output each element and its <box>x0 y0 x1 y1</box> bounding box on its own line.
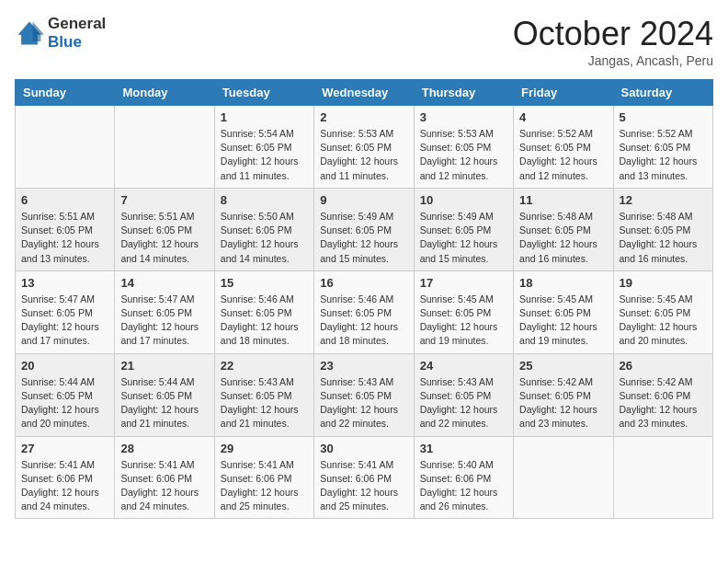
day-detail: Sunrise: 5:50 AM Sunset: 6:05 PM Dayligh… <box>221 210 308 266</box>
day-number: 15 <box>221 276 308 290</box>
logo-icon <box>15 18 44 48</box>
calendar-cell: 23Sunrise: 5:43 AM Sunset: 6:05 PM Dayli… <box>314 353 414 436</box>
day-number: 24 <box>420 359 507 373</box>
day-number: 7 <box>120 193 208 207</box>
logo-general-text: General <box>48 15 106 32</box>
calendar-cell: 28Sunrise: 5:41 AM Sunset: 6:06 PM Dayli… <box>115 436 214 519</box>
calendar-cell: 31Sunrise: 5:40 AM Sunset: 6:06 PM Dayli… <box>414 436 513 519</box>
day-detail: Sunrise: 5:46 AM Sunset: 6:05 PM Dayligh… <box>221 293 308 349</box>
calendar-cell <box>613 436 712 519</box>
day-detail: Sunrise: 5:41 AM Sunset: 6:06 PM Dayligh… <box>320 458 407 514</box>
day-detail: Sunrise: 5:47 AM Sunset: 6:05 PM Dayligh… <box>21 293 108 349</box>
day-detail: Sunrise: 5:45 AM Sunset: 6:05 PM Dayligh… <box>420 293 507 349</box>
day-detail: Sunrise: 5:44 AM Sunset: 6:05 PM Dayligh… <box>21 375 108 431</box>
calendar-cell: 29Sunrise: 5:41 AM Sunset: 6:06 PM Dayli… <box>214 436 313 519</box>
day-number: 28 <box>120 442 208 455</box>
calendar-cell: 15Sunrise: 5:46 AM Sunset: 6:05 PM Dayli… <box>214 270 313 353</box>
day-detail: Sunrise: 5:41 AM Sunset: 6:06 PM Dayligh… <box>221 458 308 514</box>
day-detail: Sunrise: 5:43 AM Sunset: 6:05 PM Dayligh… <box>420 375 507 431</box>
day-number: 10 <box>420 193 507 207</box>
calendar-cell: 21Sunrise: 5:44 AM Sunset: 6:05 PM Dayli… <box>115 353 214 436</box>
weekday-header-tuesday: Tuesday <box>214 80 313 106</box>
day-number: 19 <box>620 276 707 290</box>
day-number: 18 <box>519 276 607 290</box>
calendar-cell <box>16 106 115 189</box>
logo-blue-text: Blue <box>48 33 82 51</box>
day-number: 31 <box>420 442 507 455</box>
day-number: 22 <box>221 359 308 373</box>
day-number: 5 <box>620 110 707 124</box>
calendar-cell: 5Sunrise: 5:52 AM Sunset: 6:05 PM Daylig… <box>613 106 712 189</box>
calendar-cell: 30Sunrise: 5:41 AM Sunset: 6:06 PM Dayli… <box>314 436 414 519</box>
day-detail: Sunrise: 5:54 AM Sunset: 6:05 PM Dayligh… <box>221 127 308 183</box>
day-detail: Sunrise: 5:49 AM Sunset: 6:05 PM Dayligh… <box>420 210 507 266</box>
day-detail: Sunrise: 5:46 AM Sunset: 6:05 PM Dayligh… <box>320 293 407 349</box>
day-number: 29 <box>221 442 308 455</box>
weekday-header-saturday: Saturday <box>613 80 712 106</box>
day-detail: Sunrise: 5:48 AM Sunset: 6:05 PM Dayligh… <box>519 210 607 266</box>
day-detail: Sunrise: 5:53 AM Sunset: 6:05 PM Dayligh… <box>420 127 507 183</box>
day-number: 13 <box>21 276 108 290</box>
day-number: 9 <box>320 193 407 207</box>
week-row-3: 13Sunrise: 5:47 AM Sunset: 6:05 PM Dayli… <box>16 270 713 353</box>
day-number: 2 <box>320 110 407 124</box>
day-number: 26 <box>620 359 707 373</box>
calendar-cell: 6Sunrise: 5:51 AM Sunset: 6:05 PM Daylig… <box>16 188 115 270</box>
day-number: 23 <box>320 359 407 373</box>
calendar-cell: 9Sunrise: 5:49 AM Sunset: 6:05 PM Daylig… <box>314 188 414 270</box>
week-row-1: 1Sunrise: 5:54 AM Sunset: 6:05 PM Daylig… <box>16 106 713 189</box>
day-number: 25 <box>519 359 607 373</box>
calendar-cell: 1Sunrise: 5:54 AM Sunset: 6:05 PM Daylig… <box>214 106 313 189</box>
calendar-cell: 17Sunrise: 5:45 AM Sunset: 6:05 PM Dayli… <box>414 270 513 353</box>
calendar-cell: 14Sunrise: 5:47 AM Sunset: 6:05 PM Dayli… <box>115 270 214 353</box>
calendar-cell: 16Sunrise: 5:46 AM Sunset: 6:05 PM Dayli… <box>314 270 414 353</box>
day-number: 14 <box>120 276 208 290</box>
day-number: 6 <box>21 193 108 207</box>
day-detail: Sunrise: 5:43 AM Sunset: 6:05 PM Dayligh… <box>221 375 308 431</box>
day-detail: Sunrise: 5:52 AM Sunset: 6:05 PM Dayligh… <box>620 127 707 183</box>
day-number: 20 <box>21 359 108 373</box>
day-number: 4 <box>519 110 607 124</box>
logo-text: General Blue <box>48 15 106 51</box>
calendar-cell: 13Sunrise: 5:47 AM Sunset: 6:05 PM Dayli… <box>16 270 115 353</box>
calendar-cell: 19Sunrise: 5:45 AM Sunset: 6:05 PM Dayli… <box>613 270 712 353</box>
page-header: General Blue October 2024 Jangas, Ancash… <box>15 15 713 68</box>
weekday-header-row: SundayMondayTuesdayWednesdayThursdayFrid… <box>16 80 713 106</box>
calendar-cell <box>115 106 214 189</box>
calendar-cell: 3Sunrise: 5:53 AM Sunset: 6:05 PM Daylig… <box>414 106 513 189</box>
day-number: 1 <box>221 110 308 124</box>
day-detail: Sunrise: 5:42 AM Sunset: 6:05 PM Dayligh… <box>519 375 607 431</box>
day-detail: Sunrise: 5:41 AM Sunset: 6:06 PM Dayligh… <box>21 458 108 514</box>
day-detail: Sunrise: 5:51 AM Sunset: 6:05 PM Dayligh… <box>21 210 108 266</box>
week-row-4: 20Sunrise: 5:44 AM Sunset: 6:05 PM Dayli… <box>16 353 713 436</box>
calendar-cell: 2Sunrise: 5:53 AM Sunset: 6:05 PM Daylig… <box>314 106 414 189</box>
weekday-header-monday: Monday <box>115 80 214 106</box>
calendar-cell: 24Sunrise: 5:43 AM Sunset: 6:05 PM Dayli… <box>414 353 513 436</box>
title-block: October 2024 Jangas, Ancash, Peru <box>513 15 713 68</box>
day-number: 30 <box>320 442 407 455</box>
weekday-header-sunday: Sunday <box>16 80 115 106</box>
calendar-cell: 27Sunrise: 5:41 AM Sunset: 6:06 PM Dayli… <box>16 436 115 519</box>
weekday-header-friday: Friday <box>514 80 613 106</box>
calendar-cell: 4Sunrise: 5:52 AM Sunset: 6:05 PM Daylig… <box>514 106 613 189</box>
calendar-cell: 12Sunrise: 5:48 AM Sunset: 6:05 PM Dayli… <box>613 188 712 270</box>
location: Jangas, Ancash, Peru <box>513 53 713 68</box>
calendar-cell: 26Sunrise: 5:42 AM Sunset: 6:06 PM Dayli… <box>613 353 712 436</box>
svg-marker-1 <box>33 21 44 40</box>
day-detail: Sunrise: 5:44 AM Sunset: 6:05 PM Dayligh… <box>120 375 208 431</box>
month-title: October 2024 <box>513 15 713 53</box>
weekday-header-thursday: Thursday <box>414 80 513 106</box>
day-number: 3 <box>420 110 507 124</box>
day-detail: Sunrise: 5:52 AM Sunset: 6:05 PM Dayligh… <box>519 127 607 183</box>
day-detail: Sunrise: 5:40 AM Sunset: 6:06 PM Dayligh… <box>420 458 507 514</box>
calendar-table: SundayMondayTuesdayWednesdayThursdayFrid… <box>15 79 713 519</box>
day-number: 17 <box>420 276 507 290</box>
day-detail: Sunrise: 5:43 AM Sunset: 6:05 PM Dayligh… <box>320 375 407 431</box>
weekday-header-wednesday: Wednesday <box>314 80 414 106</box>
week-row-2: 6Sunrise: 5:51 AM Sunset: 6:05 PM Daylig… <box>16 188 713 270</box>
day-detail: Sunrise: 5:41 AM Sunset: 6:06 PM Dayligh… <box>120 458 208 514</box>
day-detail: Sunrise: 5:45 AM Sunset: 6:05 PM Dayligh… <box>620 293 707 349</box>
day-detail: Sunrise: 5:53 AM Sunset: 6:05 PM Dayligh… <box>320 127 407 183</box>
calendar-cell: 10Sunrise: 5:49 AM Sunset: 6:05 PM Dayli… <box>414 188 513 270</box>
day-number: 11 <box>519 193 607 207</box>
